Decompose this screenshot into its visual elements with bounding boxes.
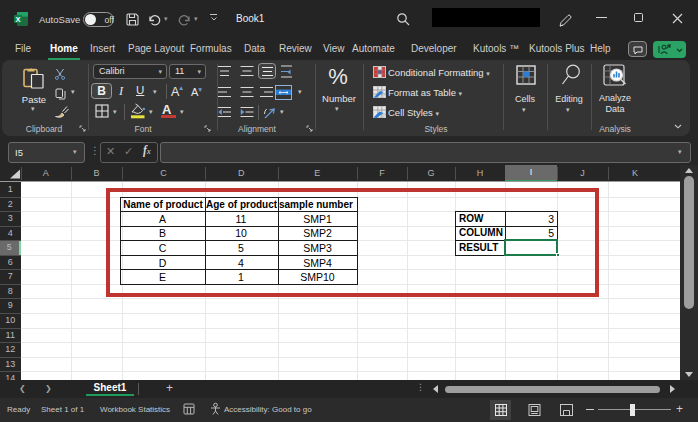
svg-text:X: X (15, 15, 20, 24)
